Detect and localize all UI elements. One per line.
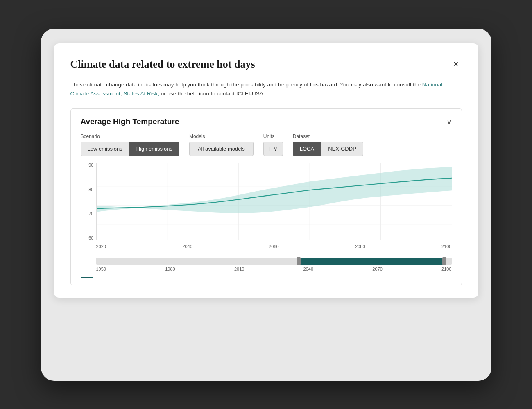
modal-footer <box>81 277 452 278</box>
intro-text-before: These climate change data indicators may… <box>70 81 422 88</box>
x-label-2020: 2020 <box>96 244 106 249</box>
range-x-2010: 2010 <box>234 267 244 271</box>
units-label: Units <box>263 133 283 139</box>
chart-area: 90 80 70 60 <box>81 163 452 253</box>
dataset-control: Dataset LOCA NEX-GDDP <box>293 133 363 156</box>
range-track <box>96 258 452 265</box>
chart-container: Average High Temperature ∨ Scenario Low … <box>70 108 462 285</box>
units-button[interactable]: F ∨ <box>263 142 283 156</box>
x-label-2080: 2080 <box>355 244 365 249</box>
y-axis: 90 80 70 60 <box>81 163 96 240</box>
scenario-control: Scenario Low emissions High emissions <box>81 133 179 156</box>
chart-svg <box>97 163 452 240</box>
intro-text-after: or use the help icon to contact ICLEI-US… <box>159 90 265 97</box>
x-axis: 2020 2040 2060 2080 2100 <box>96 240 452 253</box>
range-x-1950: 1950 <box>96 267 106 271</box>
y-label-60: 60 <box>88 235 93 240</box>
dataset-label: Dataset <box>293 133 363 139</box>
intro-paragraph: These climate change data indicators may… <box>70 80 462 99</box>
modal: Climate data related to extreme hot days… <box>54 43 478 298</box>
range-filled <box>299 258 444 265</box>
models-label: Models <box>189 133 254 139</box>
chart-header: Average High Temperature ∨ <box>81 117 452 126</box>
modal-header: Climate data related to extreme hot days… <box>70 58 462 70</box>
range-x-1980: 1980 <box>165 267 175 271</box>
x-label-2100: 2100 <box>441 244 451 249</box>
all-models-button[interactable]: All available models <box>189 142 254 156</box>
low-emissions-button[interactable]: Low emissions <box>81 142 129 156</box>
footer-line <box>81 277 93 278</box>
models-control: Models All available models <box>189 133 254 156</box>
range-handle-left[interactable] <box>297 257 301 265</box>
modal-title: Climate data related to extreme hot days <box>70 58 255 70</box>
y-label-70: 70 <box>88 211 93 216</box>
x-label-2060: 2060 <box>269 244 278 249</box>
units-value: F <box>269 146 272 152</box>
states-at-risk-link[interactable]: States At Risk, <box>123 90 159 97</box>
scenario-btn-group: Low emissions High emissions <box>81 142 179 156</box>
y-label-90: 90 <box>88 163 93 167</box>
units-control: Units F ∨ <box>263 133 283 156</box>
x-label-2040: 2040 <box>182 244 192 249</box>
y-label-80: 80 <box>88 187 93 192</box>
range-x-2040: 2040 <box>303 267 313 271</box>
high-emissions-button[interactable]: High emissions <box>129 142 179 156</box>
controls-row: Scenario Low emissions High emissions Mo… <box>81 133 452 156</box>
range-slider[interactable]: 1950 1980 2010 2040 2070 2100 <box>96 258 452 271</box>
range-x-2070: 2070 <box>372 267 382 271</box>
range-handle-right[interactable] <box>442 257 446 265</box>
chart-plot <box>96 163 452 240</box>
scenario-label: Scenario <box>81 133 179 139</box>
nexgddp-button[interactable]: NEX-GDDP <box>321 142 363 156</box>
loca-button[interactable]: LOCA <box>293 142 321 156</box>
units-chevron-icon: ∨ <box>274 146 278 152</box>
range-x-2100: 2100 <box>441 267 451 271</box>
device-frame: Climate data related to extreme hot days… <box>41 29 491 381</box>
close-button[interactable]: × <box>450 58 462 70</box>
chart-title: Average High Temperature <box>81 117 179 126</box>
dataset-btn-group: LOCA NEX-GDDP <box>293 142 363 156</box>
range-x-axis: 1950 1980 2010 2040 2070 2100 <box>96 267 452 271</box>
chevron-down-icon[interactable]: ∨ <box>446 117 452 126</box>
